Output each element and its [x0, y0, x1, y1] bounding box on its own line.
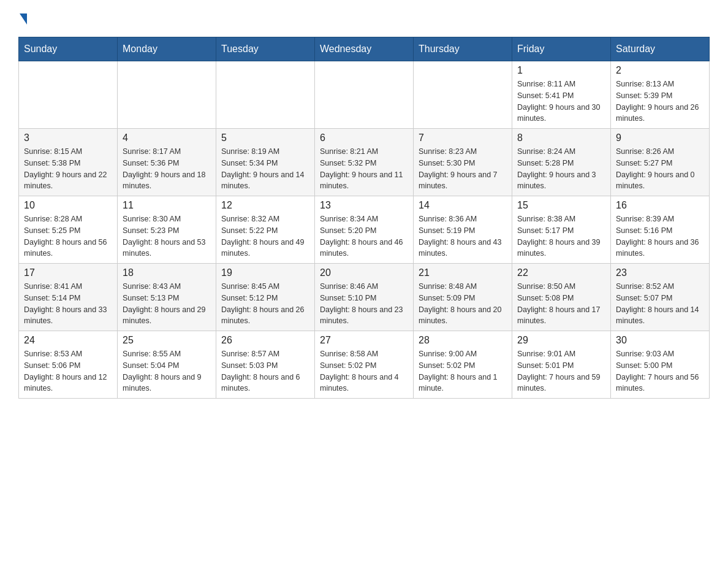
day-info: Sunrise: 8:24 AMSunset: 5:28 PMDaylight:… [517, 146, 605, 192]
calendar-cell [414, 61, 512, 129]
calendar-cell: 18Sunrise: 8:43 AMSunset: 5:13 PMDayligh… [118, 264, 216, 331]
calendar-row-2: 10Sunrise: 8:28 AMSunset: 5:25 PMDayligh… [19, 196, 710, 264]
calendar-cell: 10Sunrise: 8:28 AMSunset: 5:25 PMDayligh… [19, 196, 118, 264]
day-number: 24 [24, 335, 112, 346]
calendar-cell: 9Sunrise: 8:26 AMSunset: 5:27 PMDaylight… [611, 129, 710, 196]
day-number: 8 [517, 132, 605, 144]
calendar-cell: 17Sunrise: 8:41 AMSunset: 5:14 PMDayligh… [19, 264, 118, 331]
day-number: 20 [320, 267, 408, 278]
day-number: 6 [320, 132, 408, 144]
calendar-cell: 7Sunrise: 8:23 AMSunset: 5:30 PMDaylight… [414, 129, 512, 196]
day-number: 12 [221, 200, 309, 211]
day-number: 19 [221, 267, 309, 278]
day-number: 1 [517, 65, 605, 76]
calendar-row-1: 3Sunrise: 8:15 AMSunset: 5:38 PMDaylight… [19, 129, 710, 196]
day-info: Sunrise: 8:30 AMSunset: 5:23 PMDaylight:… [123, 213, 211, 259]
day-number: 2 [616, 65, 704, 76]
calendar-cell: 8Sunrise: 8:24 AMSunset: 5:28 PMDaylight… [512, 129, 611, 196]
day-info: Sunrise: 9:01 AMSunset: 5:01 PMDaylight:… [517, 348, 605, 394]
day-info: Sunrise: 8:38 AMSunset: 5:17 PMDaylight:… [517, 213, 605, 259]
weekday-header-friday: Friday [512, 37, 611, 61]
day-info: Sunrise: 8:15 AMSunset: 5:38 PMDaylight:… [24, 146, 112, 192]
day-info: Sunrise: 8:48 AMSunset: 5:09 PMDaylight:… [419, 281, 507, 327]
calendar-cell: 2Sunrise: 8:13 AMSunset: 5:39 PMDaylight… [611, 61, 710, 129]
day-number: 15 [517, 200, 605, 211]
calendar-cell: 27Sunrise: 8:58 AMSunset: 5:02 PMDayligh… [315, 331, 414, 399]
calendar-cell: 15Sunrise: 8:38 AMSunset: 5:17 PMDayligh… [512, 196, 611, 264]
day-number: 23 [616, 267, 704, 278]
day-info: Sunrise: 8:13 AMSunset: 5:39 PMDaylight:… [616, 79, 704, 124]
day-info: Sunrise: 8:23 AMSunset: 5:30 PMDaylight:… [419, 146, 507, 192]
day-info: Sunrise: 8:21 AMSunset: 5:32 PMDaylight:… [320, 146, 408, 192]
day-info: Sunrise: 8:45 AMSunset: 5:12 PMDaylight:… [221, 281, 309, 327]
calendar-row-0: 1Sunrise: 8:11 AMSunset: 5:41 PMDaylight… [19, 61, 710, 129]
day-info: Sunrise: 8:58 AMSunset: 5:02 PMDaylight:… [320, 348, 408, 394]
calendar-cell: 25Sunrise: 8:55 AMSunset: 5:04 PMDayligh… [118, 331, 216, 399]
calendar-cell: 12Sunrise: 8:32 AMSunset: 5:22 PMDayligh… [216, 196, 315, 264]
day-number: 18 [123, 267, 211, 278]
calendar-cell: 3Sunrise: 8:15 AMSunset: 5:38 PMDaylight… [19, 129, 118, 196]
day-info: Sunrise: 8:28 AMSunset: 5:25 PMDaylight:… [24, 213, 112, 259]
calendar-cell: 20Sunrise: 8:46 AMSunset: 5:10 PMDayligh… [315, 264, 414, 331]
calendar-cell: 6Sunrise: 8:21 AMSunset: 5:32 PMDaylight… [315, 129, 414, 196]
day-number: 7 [419, 132, 507, 144]
weekday-header-thursday: Thursday [414, 37, 512, 61]
calendar-cell: 23Sunrise: 8:52 AMSunset: 5:07 PMDayligh… [611, 264, 710, 331]
calendar-cell: 24Sunrise: 8:53 AMSunset: 5:06 PMDayligh… [19, 331, 118, 399]
day-number: 27 [320, 335, 408, 346]
day-info: Sunrise: 8:57 AMSunset: 5:03 PMDaylight:… [221, 348, 309, 394]
calendar-cell: 16Sunrise: 8:39 AMSunset: 5:16 PMDayligh… [611, 196, 710, 264]
day-info: Sunrise: 9:03 AMSunset: 5:00 PMDaylight:… [616, 348, 704, 394]
weekday-header-sunday: Sunday [19, 37, 118, 61]
day-info: Sunrise: 8:32 AMSunset: 5:22 PMDaylight:… [221, 213, 309, 259]
weekday-header-monday: Monday [118, 37, 216, 61]
day-info: Sunrise: 8:46 AMSunset: 5:10 PMDaylight:… [320, 281, 408, 327]
calendar-cell [216, 61, 315, 129]
calendar-cell [118, 61, 216, 129]
day-number: 3 [24, 132, 112, 144]
day-info: Sunrise: 9:00 AMSunset: 5:02 PMDaylight:… [419, 348, 507, 394]
day-info: Sunrise: 8:53 AMSunset: 5:06 PMDaylight:… [24, 348, 112, 394]
calendar-cell: 19Sunrise: 8:45 AMSunset: 5:12 PMDayligh… [216, 264, 315, 331]
calendar-cell: 21Sunrise: 8:48 AMSunset: 5:09 PMDayligh… [414, 264, 512, 331]
weekday-header-saturday: Saturday [611, 37, 710, 61]
day-info: Sunrise: 8:55 AMSunset: 5:04 PMDaylight:… [123, 348, 211, 394]
day-info: Sunrise: 8:26 AMSunset: 5:27 PMDaylight:… [616, 146, 704, 192]
calendar-table: SundayMondayTuesdayWednesdayThursdayFrid… [18, 37, 710, 399]
calendar-cell: 11Sunrise: 8:30 AMSunset: 5:23 PMDayligh… [118, 196, 216, 264]
weekday-header-wednesday: Wednesday [315, 37, 414, 61]
calendar-cell: 29Sunrise: 9:01 AMSunset: 5:01 PMDayligh… [512, 331, 611, 399]
weekday-header-tuesday: Tuesday [216, 37, 315, 61]
day-number: 29 [517, 335, 605, 346]
day-number: 11 [123, 200, 211, 211]
day-info: Sunrise: 8:52 AMSunset: 5:07 PMDaylight:… [616, 281, 704, 327]
day-number: 9 [616, 132, 704, 144]
weekday-header-row: SundayMondayTuesdayWednesdayThursdayFrid… [19, 37, 710, 61]
day-number: 5 [221, 132, 309, 144]
logo-triangle-icon [20, 13, 27, 25]
day-info: Sunrise: 8:50 AMSunset: 5:08 PMDaylight:… [517, 281, 605, 327]
day-number: 13 [320, 200, 408, 211]
calendar-cell: 14Sunrise: 8:36 AMSunset: 5:19 PMDayligh… [414, 196, 512, 264]
day-info: Sunrise: 8:17 AMSunset: 5:36 PMDaylight:… [123, 146, 211, 192]
day-number: 25 [123, 335, 211, 346]
day-number: 14 [419, 200, 507, 211]
day-number: 21 [419, 267, 507, 278]
day-number: 10 [24, 200, 112, 211]
logo [18, 12, 27, 25]
day-number: 17 [24, 267, 112, 278]
calendar-cell: 30Sunrise: 9:03 AMSunset: 5:00 PMDayligh… [611, 331, 710, 399]
day-info: Sunrise: 8:36 AMSunset: 5:19 PMDaylight:… [419, 213, 507, 259]
day-info: Sunrise: 8:11 AMSunset: 5:41 PMDaylight:… [517, 79, 605, 124]
day-number: 16 [616, 200, 704, 211]
calendar-cell: 28Sunrise: 9:00 AMSunset: 5:02 PMDayligh… [414, 331, 512, 399]
calendar-cell: 5Sunrise: 8:19 AMSunset: 5:34 PMDaylight… [216, 129, 315, 196]
day-number: 22 [517, 267, 605, 278]
calendar-cell: 26Sunrise: 8:57 AMSunset: 5:03 PMDayligh… [216, 331, 315, 399]
calendar-cell: 22Sunrise: 8:50 AMSunset: 5:08 PMDayligh… [512, 264, 611, 331]
day-info: Sunrise: 8:43 AMSunset: 5:13 PMDaylight:… [123, 281, 211, 327]
calendar-row-3: 17Sunrise: 8:41 AMSunset: 5:14 PMDayligh… [19, 264, 710, 331]
day-info: Sunrise: 8:41 AMSunset: 5:14 PMDaylight:… [24, 281, 112, 327]
calendar-cell: 4Sunrise: 8:17 AMSunset: 5:36 PMDaylight… [118, 129, 216, 196]
calendar-cell: 13Sunrise: 8:34 AMSunset: 5:20 PMDayligh… [315, 196, 414, 264]
